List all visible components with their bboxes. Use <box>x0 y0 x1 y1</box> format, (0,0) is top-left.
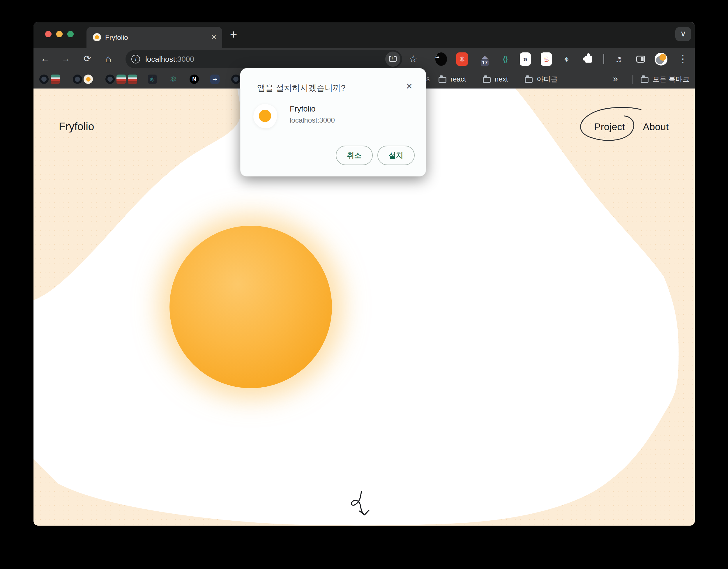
tab-title: Fryfolio <box>105 27 128 48</box>
all-bookmarks-folder[interactable]: 모든 북마크 <box>653 70 690 89</box>
figure-glyph: ♨ <box>541 52 552 66</box>
dialog-title: 앱을 설치하시겠습니까? <box>257 82 345 93</box>
folder-icon <box>483 77 491 83</box>
profile-avatar[interactable] <box>655 53 667 66</box>
arrow-glyph: » <box>520 52 531 66</box>
zoom-window-button[interactable] <box>67 31 74 37</box>
toolbar-separator <box>603 54 604 64</box>
back-button[interactable]: ← <box>38 48 52 70</box>
home-button[interactable]: ⌂ <box>102 48 115 70</box>
atom-glyph: ⚛ <box>456 52 468 66</box>
tab-fryfolio[interactable]: Fryfolio × <box>86 27 222 48</box>
github-bookmark-icon[interactable] <box>39 75 49 84</box>
bookmarks-overflow-chevron[interactable]: » <box>613 70 617 89</box>
fried-egg-bookmark-icon[interactable] <box>84 75 93 84</box>
nextjs-bookmark-icon[interactable]: N <box>190 75 199 84</box>
atom-extension-icon[interactable]: ⚛ <box>455 52 469 66</box>
extension-badge: 17 <box>480 59 489 67</box>
install-app-button[interactable] <box>385 52 400 67</box>
forward-button[interactable]: → <box>59 48 73 70</box>
side-panel-icon[interactable] <box>636 56 645 63</box>
books-bookmark-icon[interactable] <box>51 75 60 84</box>
app-name: Fryfolio <box>290 105 316 114</box>
code-brackets-extension-icon[interactable]: ⟨⟩ <box>498 52 512 66</box>
books-bookmark-icon[interactable] <box>128 75 137 84</box>
minimize-window-button[interactable] <box>56 31 63 37</box>
folder-icon <box>641 77 649 83</box>
react-bookmark-icon[interactable]: ⚛ <box>169 75 178 84</box>
app-origin: localhost:3000 <box>290 116 335 124</box>
reload-button[interactable]: ⟳ <box>81 48 94 70</box>
install-app-dialog: 앱을 설치하시겠습니까? × Fryfolio localhost:3000 취… <box>240 68 426 176</box>
bookmark-star-icon[interactable]: ☆ <box>407 48 420 70</box>
partial-bookmark-label[interactable]: s <box>426 70 430 89</box>
puzzle-shape <box>585 56 592 63</box>
extensions-puzzle-icon[interactable] <box>582 52 595 66</box>
bookmarks-separator <box>632 75 633 84</box>
playlist-icon[interactable]: ♬ <box>613 48 627 70</box>
tab-close-icon[interactable]: × <box>211 27 216 48</box>
bookmark-folder-articles[interactable]: 아티클 <box>537 70 558 89</box>
address-bar[interactable]: i localhost:3000 <box>126 50 402 68</box>
tab-strip: Fryfolio × + ∨ <box>33 22 695 48</box>
url-port: :3000 <box>175 55 194 63</box>
arrow-doodle-head <box>360 510 369 515</box>
browser-menu-icon[interactable]: ⋮ <box>676 48 690 70</box>
app-egg-icon <box>253 104 277 128</box>
project-circle-doodle <box>581 107 641 140</box>
egg-favicon-icon <box>93 33 101 41</box>
new-tab-button[interactable]: + <box>226 22 241 48</box>
figure-extension-icon[interactable]: ♨ <box>540 52 553 66</box>
github-bookmark-icon[interactable] <box>231 75 241 84</box>
bird-bookmark-icon[interactable]: ⇝ <box>210 75 220 84</box>
arrow-doodle <box>351 492 364 515</box>
tab-search-chevron-button[interactable]: ∨ <box>675 27 691 41</box>
arrow-extension-icon[interactable]: » <box>519 52 532 66</box>
diamond-extension-icon[interactable]: ◆17 <box>478 52 492 66</box>
url-host: localhost <box>145 55 175 63</box>
react-dark-bookmark-icon[interactable]: ⚛ <box>148 75 157 84</box>
browser-toolbar: ← → ⟳ ⌂ i localhost:3000 ☆ ≈ ⚛ ◆17 ⟨⟩ » … <box>33 48 695 70</box>
install-monitor-icon <box>389 56 397 62</box>
wave-glyph: ≈ <box>435 52 447 66</box>
screen-background: Fryfolio × + ∨ ← → ⟳ ⌂ i localhost:3000 … <box>0 0 728 569</box>
dialog-close-icon[interactable]: × <box>406 80 412 92</box>
bookmark-folder-next[interactable]: next <box>495 70 508 89</box>
github-bookmark-icon[interactable] <box>73 75 82 84</box>
folder-icon <box>439 77 446 83</box>
bookmark-folder-react[interactable]: react <box>450 70 466 89</box>
folder-icon <box>525 77 533 83</box>
site-info-icon[interactable]: i <box>131 55 140 63</box>
capture-extension-icon[interactable]: ⌖ <box>560 52 573 66</box>
books-bookmark-icon[interactable] <box>116 75 126 84</box>
cancel-button[interactable]: 취소 <box>336 146 373 165</box>
close-window-button[interactable] <box>45 31 52 37</box>
wave-extension-icon[interactable]: ≈ <box>434 52 448 66</box>
install-button[interactable]: 설치 <box>377 146 415 165</box>
url-text[interactable]: localhost:3000 <box>145 50 194 68</box>
github-bookmark-icon[interactable] <box>105 75 115 84</box>
